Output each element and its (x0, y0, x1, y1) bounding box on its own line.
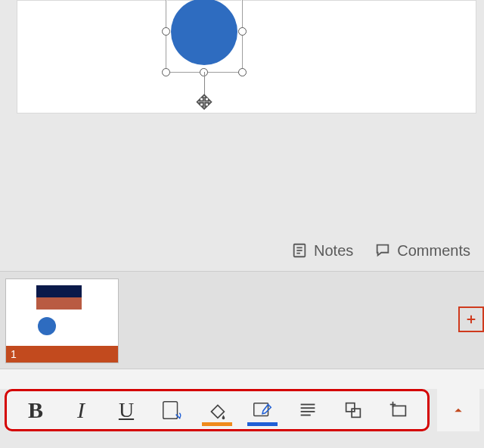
svg-rect-14 (393, 406, 406, 415)
svg-rect-6 (163, 402, 178, 419)
plus-icon (465, 313, 477, 325)
pencil-outline-icon (251, 399, 274, 422)
resize-handle-se[interactable] (238, 68, 247, 76)
fill-color-button[interactable] (200, 394, 234, 427)
comments-label: Comments (397, 242, 470, 260)
thumbnail-image (36, 285, 82, 310)
resize-handle-e[interactable] (238, 27, 247, 36)
collapse-toolbar-button[interactable] (437, 389, 479, 431)
paint-bucket-icon (206, 399, 228, 422)
font-style-button[interactable] (155, 394, 188, 427)
toolbar-background (0, 369, 484, 389)
notes-label: Notes (314, 242, 353, 260)
underline-button[interactable]: U (110, 394, 143, 427)
thumbnail-shape (38, 317, 56, 335)
bold-icon: B (28, 397, 43, 423)
resize-handle-w[interactable] (162, 27, 170, 36)
comments-button[interactable]: Comments (374, 242, 470, 260)
meta-row: Notes Comments (0, 235, 484, 266)
resize-handle-sw[interactable] (162, 68, 170, 76)
comments-icon (374, 242, 391, 259)
svg-rect-12 (346, 403, 355, 412)
font-style-icon (160, 399, 183, 422)
formatting-toolbar: B I U (5, 389, 430, 431)
paragraph-icon (296, 399, 319, 422)
chevron-up-icon (453, 405, 464, 415)
circle-shape[interactable] (171, 0, 237, 65)
notes-icon (291, 242, 308, 259)
bold-button[interactable]: B (19, 394, 52, 427)
svg-rect-7 (254, 403, 268, 416)
svg-rect-13 (352, 409, 360, 417)
notes-button[interactable]: Notes (291, 242, 353, 260)
selection-box[interactable] (166, 0, 243, 73)
italic-button[interactable]: I (64, 394, 98, 427)
new-slide-button[interactable] (458, 306, 484, 332)
arrange-button[interactable] (337, 394, 370, 427)
paragraph-button[interactable] (291, 394, 324, 427)
move-cursor-icon (194, 93, 215, 117)
insert-textbox-button[interactable] (382, 394, 415, 427)
slide-number-badge: 1 (6, 346, 118, 362)
slide-thumbnail[interactable]: 1 (6, 279, 118, 362)
underline-icon: U (119, 398, 134, 422)
textbox-icon (387, 399, 410, 422)
slide-canvas[interactable] (17, 0, 476, 114)
arrange-icon (342, 399, 365, 422)
outline-color-button[interactable] (246, 394, 279, 427)
slide-thumbnail-strip: 1 (0, 271, 484, 369)
italic-icon: I (77, 397, 85, 423)
